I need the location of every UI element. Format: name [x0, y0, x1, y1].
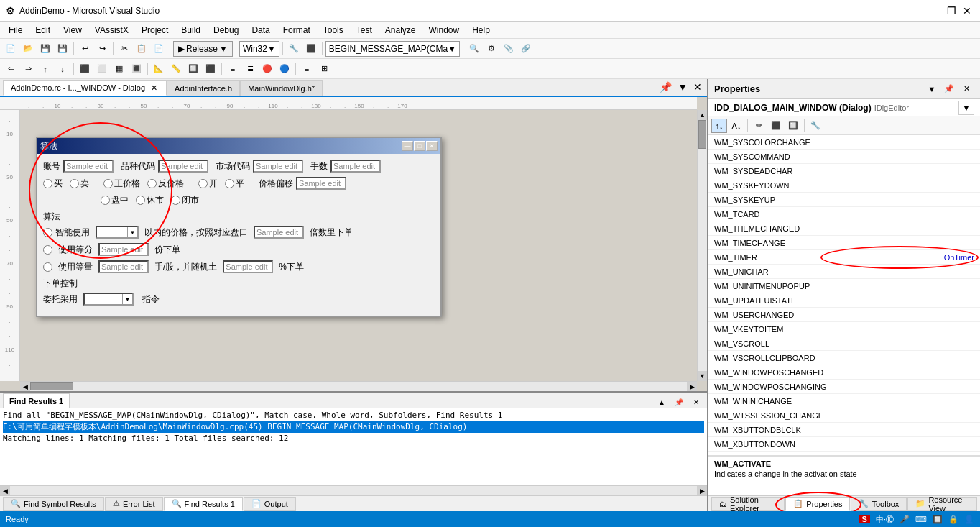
tb2-btn15[interactable]: 🔴 [259, 61, 275, 77]
undo-button[interactable]: ↩ [77, 41, 93, 57]
menu-debug[interactable]: Debug [208, 24, 244, 37]
tab-mainwindow[interactable]: MainWindowDlg.h* [240, 80, 323, 96]
account-input[interactable]: Sample edit [63, 160, 114, 173]
market-code-input[interactable]: Sample edit [253, 160, 303, 173]
close-radio[interactable] [225, 179, 234, 188]
props-item-windowposchanged[interactable]: WM_WINDOWPOSCHANGED [708, 365, 980, 380]
tb-icon3[interactable]: 🔍 [466, 41, 482, 57]
tab-properties-bottom[interactable]: 📋 Properties [785, 497, 850, 511]
props-list[interactable]: WM_SYSCOLORCHANGE WM_SYSCOMMAND WM_SYSDE… [708, 135, 980, 456]
menu-format[interactable]: Format [277, 24, 316, 37]
props-item-uninitmenupopup[interactable]: WM_UNINITMENUPOPUP [708, 279, 980, 293]
tb-icon1[interactable]: 🔧 [286, 41, 302, 57]
radio-rest[interactable]: 休市 [136, 194, 164, 206]
radio-buy[interactable]: 买 [43, 178, 63, 190]
copy-button[interactable]: 📋 [134, 41, 149, 57]
smart-edit[interactable]: Sample edit [254, 226, 304, 239]
props-item-wininichange[interactable]: WM_WININICHANGE [708, 394, 980, 408]
open-button[interactable]: 📂 [20, 41, 36, 57]
find-results-tab[interactable]: Find Results 1 [3, 393, 70, 408]
radio-sell[interactable]: 卖 [70, 178, 89, 190]
run-button[interactable]: ▶ Release ▼ [173, 41, 233, 57]
sell-radio[interactable] [70, 179, 79, 188]
props-item-syscommand[interactable]: WM_SYSCOMMAND [708, 150, 980, 164]
tb2-btn1[interactable]: ⇐ [3, 61, 19, 77]
tb2-btn3[interactable]: ↑ [37, 61, 53, 77]
delegate-combo[interactable]: ▼ [83, 293, 134, 306]
props-item-timechange[interactable]: WM_TIMECHANGE [708, 236, 980, 250]
props-item-vscrollclipboard[interactable]: WM_VSCROLLCLIPBOARD [708, 351, 980, 365]
props-item-syskeyup[interactable]: WM_SYSKEYUP [708, 193, 980, 207]
tab-find-results1[interactable]: 🔍 Find Results 1 [164, 497, 243, 511]
radio-close2[interactable]: 闭市 [171, 194, 199, 206]
tb-icon2[interactable]: ⬛ [303, 41, 319, 57]
props-dropdown-btn[interactable]: ▼ [924, 82, 940, 96]
props-edit-btn[interactable]: ✏ [751, 119, 767, 133]
equal-amount-edit[interactable]: Sample edit [98, 260, 149, 273]
save-button[interactable]: 💾 [37, 41, 53, 57]
props-pin-btn[interactable]: 📌 [941, 82, 957, 96]
tb-icon4[interactable]: ⚙ [484, 41, 499, 57]
find-results-scroll-right[interactable]: ▶ [697, 486, 707, 495]
menu-test[interactable]: Test [351, 24, 378, 37]
tab-toolbox[interactable]: 🔧 Toolbox [851, 497, 907, 511]
function-dropdown[interactable]: BEGIN_MESSAGE_MAP(CMa ▼ [325, 41, 460, 57]
props-icon2-btn[interactable]: 🔲 [785, 119, 801, 133]
noon-radio[interactable] [101, 196, 110, 205]
tab-close-all-button[interactable]: ✕ [691, 81, 704, 93]
close2-radio[interactable] [171, 196, 180, 205]
smart-radio[interactable] [43, 228, 52, 237]
tb2-btn7[interactable]: ▦ [111, 61, 127, 77]
props-dropdown2-btn[interactable]: ▼ [958, 101, 974, 115]
save-all-button[interactable]: 💾 [55, 41, 70, 57]
rest-radio[interactable] [136, 196, 145, 205]
tb-icon5[interactable]: 📎 [501, 41, 517, 57]
props-item-vkeytoitem[interactable]: WM_VKEYTOITEM [708, 322, 980, 336]
tab-error-list[interactable]: ⚠ Error List [105, 497, 163, 511]
props-alpha-btn[interactable]: A↓ [729, 119, 744, 133]
tb2-btn11[interactable]: 🔲 [185, 61, 201, 77]
find-results-hscroll[interactable]: ◀ ▶ [0, 485, 707, 495]
vscroll-up-btn[interactable]: ▲ [698, 110, 707, 120]
tb2-btn4[interactable]: ↓ [55, 61, 70, 77]
props-item-xbuttondblclk[interactable]: WM_XBUTTONDBLCLK [708, 423, 980, 437]
hscroll-thumb[interactable] [30, 382, 73, 390]
tb2-btn6[interactable]: ⬜ [94, 61, 110, 77]
tb2-btn10[interactable]: 📏 [168, 61, 184, 77]
editor-hscroll[interactable]: ◀ ▶ [20, 381, 697, 391]
minimize-button[interactable]: – [928, 4, 943, 18]
props-item-tcard[interactable]: WM_TCARD [708, 207, 980, 221]
menu-view[interactable]: View [57, 24, 88, 37]
menu-file[interactable]: File [3, 24, 28, 37]
menu-project[interactable]: Project [136, 24, 174, 37]
hscroll-left-btn[interactable]: ◀ [20, 382, 30, 391]
menu-vassistx[interactable]: VAssistX [89, 24, 134, 37]
props-item-sysdeadchar[interactable]: WM_SYSDEADCHAR [708, 164, 980, 178]
tb2-btn17[interactable]: ≡ [299, 61, 315, 77]
props-item-vscroll[interactable]: WM_VSCROLL [708, 336, 980, 351]
props-item-xbuttondown[interactable]: WM_XBUTTONDOWN [708, 437, 980, 452]
delegate-combo-arrow[interactable]: ▼ [122, 294, 132, 304]
menu-analyze[interactable]: Analyze [379, 24, 422, 37]
editor-vscroll[interactable]: ▲ ▼ [697, 110, 707, 381]
dialog-maximize-btn[interactable]: □ [414, 141, 425, 151]
normal-price-radio[interactable] [103, 179, 113, 188]
tb2-btn5[interactable]: ⬛ [77, 61, 93, 77]
menu-edit[interactable]: Edit [29, 24, 56, 37]
tb2-btn13[interactable]: ≡ [225, 61, 241, 77]
tb2-btn12[interactable]: ⬛ [203, 61, 218, 77]
props-icon1-btn[interactable]: ⬛ [768, 119, 784, 133]
tb2-btn18[interactable]: ⊞ [316, 61, 332, 77]
menu-window[interactable]: Window [422, 24, 465, 37]
props-item-updateuistate[interactable]: WM_UPDATEUISTATE [708, 293, 980, 308]
tb2-btn2[interactable]: ⇒ [20, 61, 36, 77]
tb2-btn8[interactable]: 🔳 [129, 61, 144, 77]
design-canvas[interactable]: 算法 — □ ✕ 账号 [25, 115, 693, 381]
vscroll-down-btn[interactable]: ▼ [698, 371, 707, 381]
menu-build[interactable]: Build [175, 24, 206, 37]
radio-reverse-price[interactable]: 反价格 [147, 178, 184, 190]
paste-button[interactable]: 📄 [151, 41, 167, 57]
tb2-btn14[interactable]: ≣ [242, 61, 258, 77]
tb-icon6[interactable]: 🔗 [518, 41, 534, 57]
new-button[interactable]: 📄 [3, 41, 19, 57]
